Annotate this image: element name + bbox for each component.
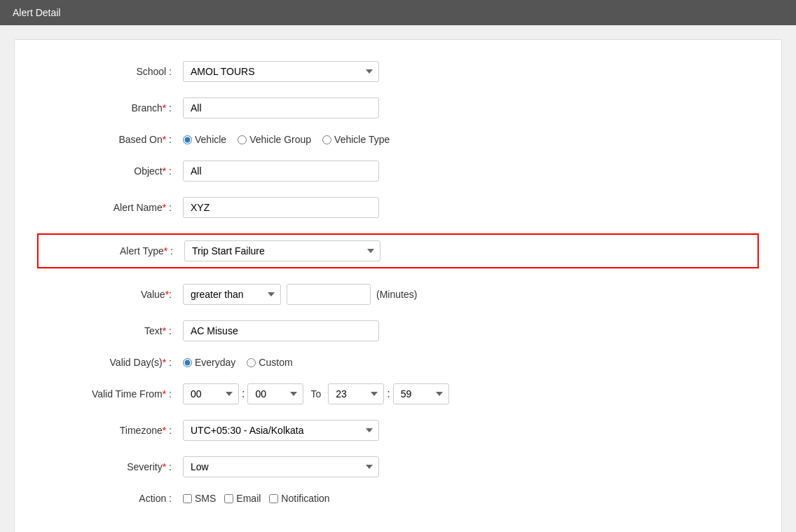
object-label: Object* : — [43, 165, 183, 177]
based-on-row: Based On* : Vehicle Vehicle Group Vehicl… — [43, 134, 753, 145]
valid-days-radio-group: Everyday Custom — [183, 357, 293, 368]
valid-time-label: Valid Time From* : — [43, 388, 183, 400]
radio-everyday-text: Everyday — [195, 357, 235, 368]
time-to-min-select[interactable]: 00 30 59 — [393, 383, 449, 404]
severity-label: Severity* : — [43, 461, 183, 472]
school-select[interactable]: AMOL TOURS — [183, 61, 379, 82]
value-label: Value*: — [43, 289, 183, 300]
radio-vehicle-group-label[interactable]: Vehicle Group — [238, 134, 311, 145]
action-checkbox-group: SMS Email Notification — [183, 493, 330, 504]
action-row: Action : SMS Email Notification — [43, 493, 753, 504]
timezone-select[interactable]: UTC+05:30 - Asia/Kolkata UTC+00:00 - UTC… — [183, 420, 379, 441]
object-input[interactable] — [183, 161, 379, 182]
radio-custom[interactable] — [247, 358, 256, 367]
radio-custom-text: Custom — [259, 357, 292, 368]
checkbox-notification[interactable] — [269, 494, 278, 503]
time-controls: 00 01 12 23 : 00 15 30 45 To 00 12 23 : … — [183, 383, 449, 404]
time-from-hour-select[interactable]: 00 01 12 23 — [183, 383, 239, 404]
checkbox-email-label[interactable]: Email — [224, 493, 261, 504]
alert-type-label: Alert Type* : — [44, 245, 184, 257]
branch-input[interactable] — [183, 97, 379, 118]
time-from-min-select[interactable]: 00 15 30 45 — [247, 383, 303, 404]
radio-vehicle-type-text: Vehicle Type — [334, 134, 390, 145]
radio-everyday[interactable] — [183, 358, 192, 367]
value-controls: greater than less than equal to (Minutes… — [183, 284, 417, 305]
text-row: Text* : — [43, 320, 753, 341]
based-on-label: Based On* : — [43, 134, 183, 145]
text-label: Text* : — [43, 325, 183, 336]
alert-type-select[interactable]: Trip Start Failure AC Misuse Overspeedin… — [184, 240, 380, 261]
radio-vehicle-group[interactable] — [238, 135, 247, 144]
page-title: Alert Detail — [13, 7, 60, 18]
severity-select[interactable]: Low Medium High — [183, 456, 379, 477]
checkbox-email[interactable] — [224, 494, 233, 503]
valid-days-row: Valid Day(s)* : Everyday Custom — [43, 357, 753, 368]
valid-days-label: Valid Day(s)* : — [43, 357, 183, 368]
value-condition-select[interactable]: greater than less than equal to — [183, 284, 281, 305]
value-input[interactable] — [287, 284, 371, 305]
alert-name-input[interactable] — [183, 197, 379, 218]
text-input[interactable] — [183, 320, 379, 341]
time-to-label: To — [310, 388, 321, 400]
checkbox-sms[interactable] — [183, 494, 192, 503]
school-label: School : — [43, 66, 183, 77]
alert-name-row: Alert Name* : — [43, 197, 753, 218]
timezone-row: Timezone* : UTC+05:30 - Asia/Kolkata UTC… — [43, 420, 753, 441]
based-on-radio-group: Vehicle Vehicle Group Vehicle Type — [183, 134, 390, 145]
timezone-label: Timezone* : — [43, 425, 183, 436]
time-sep-1: : — [242, 388, 245, 400]
value-unit: (Minutes) — [376, 289, 417, 300]
radio-vehicle-label[interactable]: Vehicle — [183, 134, 226, 145]
time-sep-2: : — [387, 388, 390, 400]
branch-row: Branch* : — [43, 97, 753, 118]
severity-row: Severity* : Low Medium High — [43, 456, 753, 477]
time-to-hour-select[interactable]: 00 12 23 — [328, 383, 384, 404]
branch-label: Branch* : — [43, 102, 183, 114]
radio-vehicle[interactable] — [183, 135, 192, 144]
page-header: Alert Detail — [0, 0, 796, 25]
valid-time-row: Valid Time From* : 00 01 12 23 : 00 15 3… — [43, 383, 753, 404]
radio-vehicle-type-label[interactable]: Vehicle Type — [322, 134, 390, 145]
form-container: School : AMOL TOURS Branch* : Based On* … — [14, 39, 782, 532]
checkbox-sms-text: SMS — [195, 493, 216, 504]
checkbox-sms-label[interactable]: SMS — [183, 493, 216, 504]
radio-vehicle-group-text: Vehicle Group — [249, 134, 311, 145]
radio-vehicle-type[interactable] — [322, 135, 331, 144]
alert-type-row: Alert Type* : Trip Start Failure AC Misu… — [37, 233, 759, 268]
checkbox-notification-text: Notification — [281, 493, 329, 504]
checkbox-email-text: Email — [236, 493, 261, 504]
alert-name-label: Alert Name* : — [43, 202, 183, 213]
radio-vehicle-text: Vehicle — [195, 134, 226, 145]
action-label: Action : — [43, 493, 183, 504]
checkbox-notification-label[interactable]: Notification — [269, 493, 329, 504]
radio-custom-label[interactable]: Custom — [247, 357, 292, 368]
radio-everyday-label[interactable]: Everyday — [183, 357, 235, 368]
value-row: Value*: greater than less than equal to … — [43, 284, 753, 305]
school-row: School : AMOL TOURS — [43, 61, 753, 82]
object-row: Object* : — [43, 161, 753, 182]
